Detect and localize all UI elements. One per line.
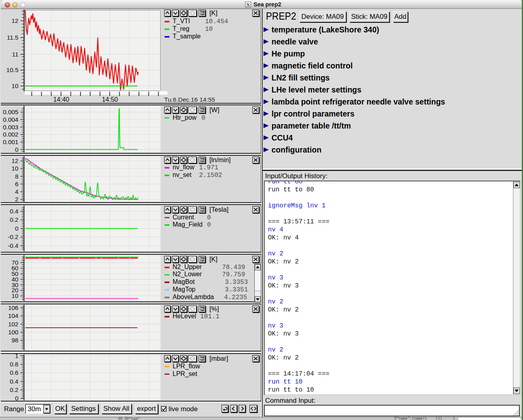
svg-text:98: 98 (12, 337, 18, 344)
svg-text:0.004: 0.004 (3, 116, 18, 123)
svg-text:10: 10 (12, 165, 19, 172)
svg-text:6: 6 (15, 181, 18, 187)
svg-text:11: 11 (12, 51, 18, 58)
svg-text:0: 0 (15, 225, 18, 232)
svg-text:102: 102 (8, 321, 18, 328)
svg-text:0.005: 0.005 (3, 109, 18, 115)
svg-text:0.6: 0.6 (10, 369, 18, 376)
svg-text:0.4: 0.4 (10, 378, 18, 385)
svg-text:10.5: 10.5 (6, 66, 18, 73)
svg-text:10: 10 (12, 292, 19, 299)
svg-text:8: 8 (15, 173, 18, 180)
svg-text:0.8: 0.8 (10, 361, 18, 368)
svg-text:0.001: 0.001 (3, 139, 18, 145)
svg-text:0.002: 0.002 (3, 131, 18, 138)
svg-text:106: 106 (8, 304, 18, 311)
svg-text:0.4: 0.4 (10, 208, 18, 215)
svg-text:0: 0 (15, 395, 18, 402)
svg-text:0.2: 0.2 (10, 216, 18, 223)
svg-text:104: 104 (8, 312, 18, 319)
svg-text:0.003: 0.003 (3, 124, 18, 131)
svg-text:0.2: 0.2 (10, 386, 18, 393)
svg-text:14:40: 14:40 (53, 96, 69, 103)
svg-text:1: 1 (15, 353, 18, 359)
svg-text:11.5: 11.5 (7, 34, 18, 41)
svg-text:12: 12 (12, 157, 18, 164)
svg-text:14:50: 14:50 (102, 96, 118, 103)
svg-text:-0.2: -0.2 (8, 233, 18, 240)
svg-text:2: 2 (15, 196, 18, 203)
svg-text:-0.4: -0.4 (8, 242, 18, 249)
svg-text:4: 4 (15, 188, 18, 195)
svg-text:0: 0 (15, 146, 18, 153)
svg-text:100: 100 (8, 329, 18, 336)
svg-text:10: 10 (12, 82, 19, 89)
svg-text:12: 12 (12, 17, 18, 24)
